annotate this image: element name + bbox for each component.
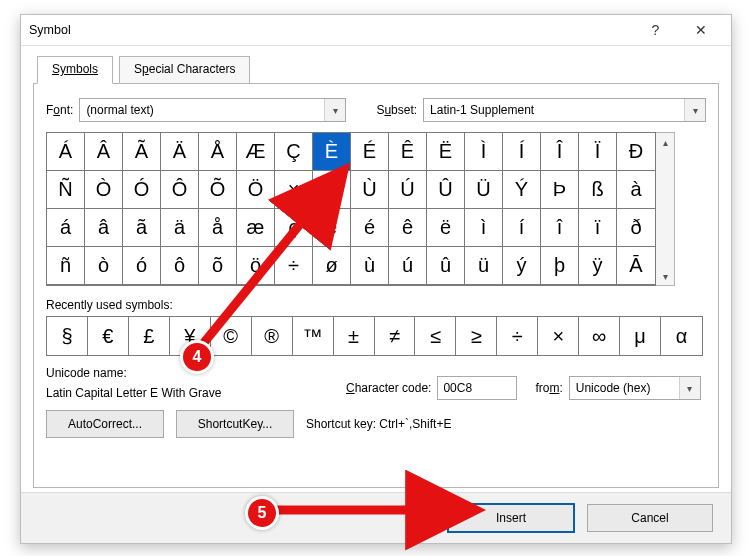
recent-symbol-cell[interactable]: ® (252, 317, 293, 355)
from-combo[interactable]: Unicode (hex) ▾ (569, 376, 701, 400)
symbol-cell[interactable]: Ā (617, 247, 655, 285)
symbol-cell[interactable]: å (199, 209, 237, 247)
symbol-cell[interactable]: ï (579, 209, 617, 247)
symbol-cell[interactable]: Ó (123, 171, 161, 209)
symbol-cell[interactable]: Å (199, 133, 237, 171)
symbol-cell[interactable]: ÿ (579, 247, 617, 285)
recent-symbol-cell[interactable]: £ (129, 317, 170, 355)
symbol-cell[interactable]: ã (123, 209, 161, 247)
symbol-cell[interactable]: Ô (161, 171, 199, 209)
from-label: from: (535, 381, 562, 395)
symbol-cell[interactable]: æ (237, 209, 275, 247)
font-label: Font: (46, 103, 73, 117)
character-code-input[interactable] (437, 376, 517, 400)
symbol-cell[interactable]: ø (313, 247, 351, 285)
recent-symbol-cell[interactable]: ≤ (415, 317, 456, 355)
symbol-cell[interactable]: á (47, 209, 85, 247)
recent-symbol-cell[interactable]: ≠ (375, 317, 416, 355)
symbol-cell[interactable]: Î (541, 133, 579, 171)
symbol-cell[interactable]: Ü (465, 171, 503, 209)
symbol-cell[interactable]: Õ (199, 171, 237, 209)
close-button[interactable]: ✕ (678, 16, 723, 44)
symbol-cell[interactable]: ë (427, 209, 465, 247)
symbol-cell[interactable]: ö (237, 247, 275, 285)
symbol-cell[interactable]: ó (123, 247, 161, 285)
symbol-cell[interactable]: Ê (389, 133, 427, 171)
symbol-cell[interactable]: è (313, 209, 351, 247)
recent-symbols-grid[interactable]: §€£¥©®™±≠≤≥÷×∞μα (46, 316, 703, 356)
symbol-cell[interactable]: û (427, 247, 465, 285)
symbol-cell[interactable]: Ø (313, 171, 351, 209)
symbol-cell[interactable]: þ (541, 247, 579, 285)
symbol-cell[interactable]: Ñ (47, 171, 85, 209)
symbol-cell[interactable]: Ä (161, 133, 199, 171)
annotation-badge-4: 4 (180, 340, 214, 374)
symbol-cell[interactable]: ñ (47, 247, 85, 285)
symbol-cell[interactable]: Í (503, 133, 541, 171)
grid-scrollbar[interactable]: ▴ ▾ (656, 132, 675, 286)
cancel-button[interactable]: Cancel (587, 504, 713, 532)
autocorrect-button[interactable]: AutoCorrect... (46, 410, 164, 438)
insert-button[interactable]: Insert (447, 503, 575, 533)
symbol-cell[interactable]: Æ (237, 133, 275, 171)
symbol-cell[interactable]: ü (465, 247, 503, 285)
symbol-grid[interactable]: ÁÂÃÄÅÆÇÈÉÊËÌÍÎÏÐÑÒÓÔÕÖ×ØÙÚÛÜÝÞßàáâãäåæçè… (46, 132, 656, 286)
recent-symbol-cell[interactable]: α (661, 317, 702, 355)
subset-combo[interactable]: Latin-1 Supplement ▾ (423, 98, 706, 122)
symbol-cell[interactable]: ú (389, 247, 427, 285)
symbol-cell[interactable]: â (85, 209, 123, 247)
tab-symbols[interactable]: Symbols (37, 56, 113, 84)
recent-symbol-cell[interactable]: ∞ (579, 317, 620, 355)
symbol-cell[interactable]: î (541, 209, 579, 247)
recent-symbol-cell[interactable]: μ (620, 317, 661, 355)
symbol-cell[interactable]: ì (465, 209, 503, 247)
help-button[interactable]: ? (633, 16, 678, 44)
scroll-up-icon[interactable]: ▴ (656, 133, 674, 151)
symbol-cell[interactable]: õ (199, 247, 237, 285)
symbol-cell[interactable]: Ï (579, 133, 617, 171)
shortcut-key-button[interactable]: Shortcut Key... (176, 410, 294, 438)
symbol-cell[interactable]: Ã (123, 133, 161, 171)
symbol-cell[interactable]: ê (389, 209, 427, 247)
symbol-cell[interactable]: ç (275, 209, 313, 247)
symbol-cell[interactable]: ô (161, 247, 199, 285)
symbol-cell[interactable]: ä (161, 209, 199, 247)
recent-symbol-cell[interactable]: ÷ (497, 317, 538, 355)
symbol-cell[interactable]: ò (85, 247, 123, 285)
symbol-cell[interactable]: à (617, 171, 655, 209)
recent-symbol-cell[interactable]: ≥ (456, 317, 497, 355)
symbol-cell[interactable]: ð (617, 209, 655, 247)
recent-symbol-cell[interactable]: § (47, 317, 88, 355)
symbol-cell[interactable]: È (313, 133, 351, 171)
symbol-cell[interactable]: ù (351, 247, 389, 285)
symbol-cell[interactable]: Â (85, 133, 123, 171)
symbol-cell[interactable]: Ú (389, 171, 427, 209)
symbol-cell[interactable]: Û (427, 171, 465, 209)
symbol-cell[interactable]: × (275, 171, 313, 209)
symbol-cell[interactable]: Ë (427, 133, 465, 171)
symbol-cell[interactable]: ý (503, 247, 541, 285)
recent-symbol-cell[interactable]: ± (334, 317, 375, 355)
font-combo[interactable]: (normal text) ▾ (79, 98, 346, 122)
symbol-cell[interactable]: Á (47, 133, 85, 171)
symbol-cell[interactable]: Ç (275, 133, 313, 171)
scroll-down-icon[interactable]: ▾ (656, 267, 674, 285)
symbol-cell[interactable]: É (351, 133, 389, 171)
symbol-cell[interactable]: Ì (465, 133, 503, 171)
symbol-cell[interactable]: Ð (617, 133, 655, 171)
recent-symbol-cell[interactable]: ™ (293, 317, 334, 355)
symbol-cell[interactable]: Ù (351, 171, 389, 209)
symbol-cell[interactable]: ß (579, 171, 617, 209)
symbol-cell[interactable]: é (351, 209, 389, 247)
recent-symbol-cell[interactable]: € (88, 317, 129, 355)
recent-symbol-cell[interactable]: © (211, 317, 252, 355)
symbol-cell[interactable]: Ö (237, 171, 275, 209)
symbol-cell[interactable]: í (503, 209, 541, 247)
recent-symbol-cell[interactable]: × (538, 317, 579, 355)
tab-special-pre: S (134, 62, 142, 76)
symbol-cell[interactable]: ÷ (275, 247, 313, 285)
tab-special-characters[interactable]: Special Characters (119, 56, 250, 84)
symbol-cell[interactable]: Ý (503, 171, 541, 209)
symbol-cell[interactable]: Ò (85, 171, 123, 209)
symbol-cell[interactable]: Þ (541, 171, 579, 209)
